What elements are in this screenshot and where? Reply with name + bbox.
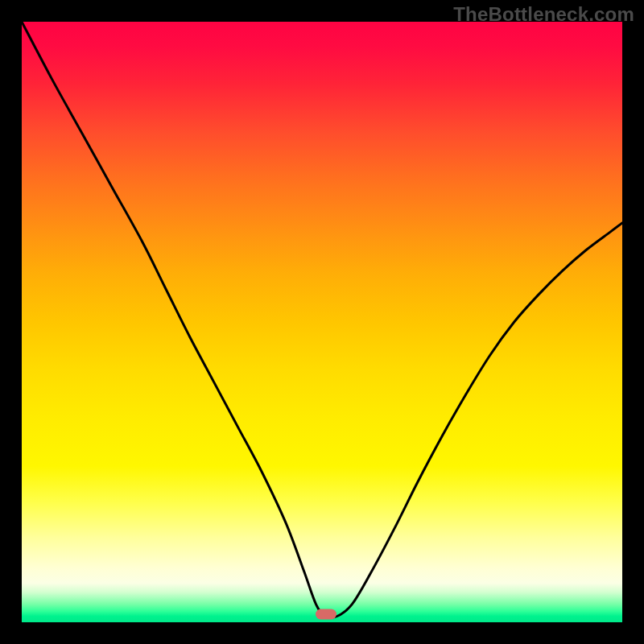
- chart-frame: TheBottleneck.com: [0, 0, 644, 644]
- bottleneck-curve: [22, 22, 622, 622]
- watermark-text: TheBottleneck.com: [453, 3, 634, 26]
- plot-area: [22, 22, 622, 622]
- optimum-marker: [316, 609, 336, 620]
